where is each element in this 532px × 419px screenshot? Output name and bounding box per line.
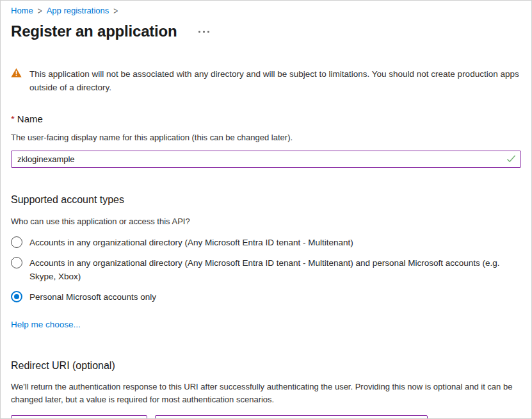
valid-checkmark-icon [506,154,516,166]
chevron-right-icon: > [38,5,42,17]
chevron-right-icon: > [113,5,118,17]
radio-option-multitenant[interactable]: Accounts in any organizational directory… [11,236,521,249]
redirect-uri-row: Web [11,415,521,419]
redirect-uri-input-wrap [155,415,428,419]
name-description: The user-facing display name for this ap… [11,133,521,142]
radio-button-icon[interactable] [11,236,22,248]
radio-button-icon[interactable] [11,257,22,268]
page-title: Register an application [11,22,177,40]
account-types-radio-group: Accounts in any organizational directory… [11,236,521,304]
account-types-question: Who can use this application or access t… [11,217,521,226]
radio-option-multitenant-personal[interactable]: Accounts in any organizational directory… [11,256,521,283]
register-application-page: Home > App registrations > Register an a… [1,1,531,419]
breadcrumb-home-link[interactable]: Home [11,6,33,15]
radio-option-label: Accounts in any organizational directory… [29,256,516,283]
radio-option-personal-only[interactable]: Personal Microsoft accounts only [11,290,521,304]
supported-account-types-heading: Supported account types [11,194,521,206]
warning-banner: This application will not be associated … [11,67,521,94]
redirect-uri-input[interactable] [155,415,428,419]
warning-text: This application will not be associated … [29,67,521,94]
name-input[interactable] [11,151,521,168]
radio-option-label: Personal Microsoft accounts only [29,290,156,304]
more-options-icon[interactable] [196,28,212,35]
required-asterisk: * [11,113,15,124]
name-input-wrap [11,151,521,168]
radio-button-icon[interactable] [11,291,22,302]
platform-select[interactable]: Web [11,415,147,419]
breadcrumb: Home > App registrations > [11,6,521,15]
radio-option-label: Accounts in any organizational directory… [29,236,353,249]
redirect-uri-description: We'll return the authentication response… [11,381,521,406]
title-row: Register an application [11,22,521,40]
warning-icon [11,67,22,94]
redirect-uri-heading: Redirect URI (optional) [11,360,521,372]
name-label: *Name [11,113,521,124]
breadcrumb-app-registrations-link[interactable]: App registrations [47,6,109,15]
help-me-choose-link[interactable]: Help me choose... [11,320,81,329]
